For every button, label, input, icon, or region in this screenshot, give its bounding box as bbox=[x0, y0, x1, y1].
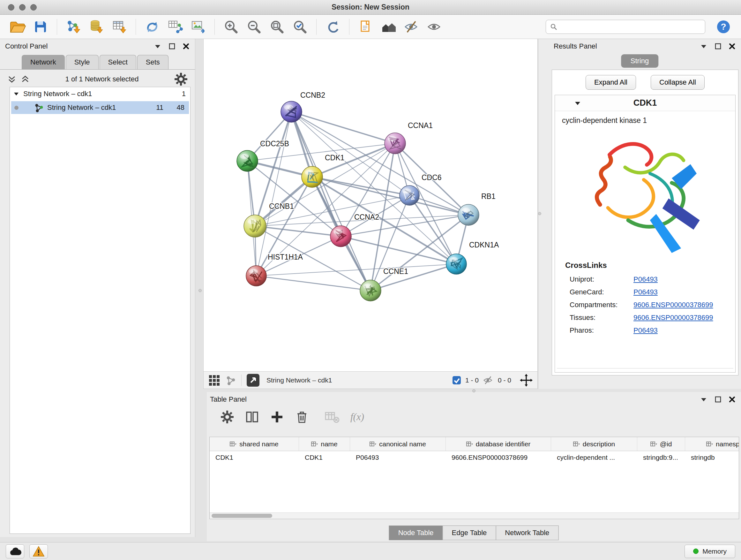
window-minimize-button[interactable] bbox=[19, 4, 25, 10]
table-toolbar: f(x) bbox=[207, 407, 741, 427]
network-node-CCNA1[interactable]: CCNA1 bbox=[385, 121, 433, 154]
network-collection-row[interactable]: String Network – cdk1 1 bbox=[10, 87, 190, 101]
horizontal-splitter-handle[interactable] bbox=[472, 389, 475, 392]
import-table-button[interactable] bbox=[109, 17, 130, 37]
window-zoom-button[interactable] bbox=[30, 4, 37, 10]
collapse-all-icon[interactable] bbox=[7, 74, 17, 84]
column-header-description[interactable]: description bbox=[551, 437, 637, 451]
global-search[interactable] bbox=[546, 20, 705, 34]
function-builder-icon[interactable]: f(x) bbox=[350, 411, 364, 423]
show-all-button[interactable] bbox=[424, 17, 445, 37]
refresh-button[interactable] bbox=[322, 17, 343, 37]
scrollbar-thumb[interactable] bbox=[212, 514, 272, 518]
crosslink-link[interactable]: 9606.ENSP00000378699 bbox=[633, 314, 713, 322]
warning-icon bbox=[32, 546, 45, 557]
export-image-button[interactable] bbox=[188, 17, 209, 37]
warnings-button[interactable] bbox=[29, 544, 48, 558]
window-close-button[interactable] bbox=[8, 4, 14, 10]
hidden-eye-icon[interactable] bbox=[482, 375, 494, 385]
export-view-icon[interactable] bbox=[247, 374, 259, 387]
network-node-CDC25B[interactable]: CDC25B bbox=[237, 139, 289, 172]
network-node-RB1[interactable]: RB1 bbox=[458, 192, 495, 226]
global-search-input[interactable] bbox=[560, 23, 701, 30]
tab-sets[interactable]: Sets bbox=[137, 55, 169, 69]
network-selection-status: 1 of 1 Network selected bbox=[34, 75, 170, 83]
zoom-selected-button[interactable] bbox=[289, 17, 311, 37]
tab-edge-table[interactable]: Edge Table bbox=[443, 525, 496, 540]
panel-collapse-icon[interactable] bbox=[699, 42, 708, 51]
pan-crosshair-icon[interactable] bbox=[520, 374, 533, 387]
crosslink-link[interactable]: P06493 bbox=[633, 326, 658, 334]
table-horizontal-scrollbar[interactable] bbox=[210, 512, 739, 519]
column-header-database-identifier[interactable]: database identifier bbox=[446, 437, 551, 451]
panel-close-icon[interactable] bbox=[728, 395, 736, 403]
panel-float-icon[interactable] bbox=[714, 43, 722, 50]
panel-collapse-icon[interactable] bbox=[699, 395, 708, 403]
clone-network-button[interactable] bbox=[142, 17, 163, 37]
zoom-in-button[interactable] bbox=[220, 17, 242, 37]
column-header-canonical-name[interactable]: canonical name bbox=[350, 437, 446, 451]
network-overview-icon[interactable] bbox=[225, 375, 236, 386]
column-header--id[interactable]: @id bbox=[637, 437, 685, 451]
protein-description: cyclin-dependent kinase 1 bbox=[555, 111, 735, 125]
collection-label: String Network – cdk1 bbox=[23, 90, 92, 98]
cloud-icon bbox=[9, 546, 21, 557]
window-titlebar[interactable]: Session: New Session bbox=[0, 0, 741, 15]
show-columns-icon[interactable] bbox=[245, 410, 259, 424]
tab-network-table[interactable]: Network Table bbox=[495, 525, 558, 540]
left-splitter-handle[interactable] bbox=[199, 289, 202, 292]
network-label: String Network – cdk1 bbox=[47, 104, 116, 112]
network-from-table-button[interactable] bbox=[165, 17, 186, 37]
network-tree: String Network – cdk1 1 String Network –… bbox=[10, 87, 191, 534]
network-node-CCNB2[interactable]: CCNB2 bbox=[281, 91, 325, 122]
crosslink-link[interactable]: 9606.ENSP00000378699 bbox=[633, 301, 713, 309]
import-network-database-button[interactable] bbox=[86, 17, 107, 37]
neighbors-button[interactable] bbox=[378, 17, 399, 37]
delete-column-icon[interactable] bbox=[295, 410, 309, 424]
network-node-CCNE1[interactable]: CCNE1 bbox=[360, 267, 408, 301]
crosslink-link[interactable]: P06493 bbox=[633, 288, 658, 296]
column-header-shared-name[interactable]: shared name bbox=[210, 437, 299, 451]
add-column-icon[interactable] bbox=[270, 410, 284, 424]
crosslink-row: GeneCard:P06493 bbox=[564, 286, 726, 299]
panel-close-icon[interactable] bbox=[728, 43, 736, 50]
column-header-name[interactable]: name bbox=[299, 437, 350, 451]
tab-string[interactable]: String bbox=[621, 54, 658, 68]
save-session-button[interactable] bbox=[30, 17, 51, 37]
open-session-button[interactable] bbox=[7, 17, 28, 37]
zoom-fit-button[interactable] bbox=[266, 17, 287, 37]
zoom-out-button[interactable] bbox=[244, 17, 265, 37]
birdseye-grid-icon[interactable] bbox=[208, 374, 220, 386]
gear-icon[interactable] bbox=[174, 72, 188, 86]
results-panel-title: Results Panel bbox=[554, 42, 597, 51]
tree-caret-icon[interactable] bbox=[13, 90, 20, 98]
memory-button[interactable]: Memory bbox=[684, 545, 735, 558]
network-node-CCNA2[interactable]: CCNA2 bbox=[330, 213, 379, 247]
panel-float-icon[interactable] bbox=[168, 43, 176, 50]
panel-float-icon[interactable] bbox=[714, 395, 722, 403]
node-table: shared namenamecanonical namedatabase id… bbox=[209, 437, 739, 519]
panel-close-icon[interactable] bbox=[182, 43, 190, 50]
cloud-button[interactable] bbox=[6, 544, 24, 558]
help-button[interactable]: ? bbox=[713, 17, 734, 37]
tab-select[interactable]: Select bbox=[99, 55, 136, 69]
tab-node-table[interactable]: Node Table bbox=[389, 525, 443, 540]
hide-selected-button[interactable] bbox=[401, 17, 422, 37]
network-row[interactable]: String Network – cdk1 11 48 bbox=[11, 101, 189, 114]
clipboard-button[interactable] bbox=[355, 17, 376, 37]
tab-style[interactable]: Style bbox=[66, 55, 98, 69]
selected-checkbox-icon[interactable] bbox=[452, 375, 461, 385]
right-splitter-handle[interactable] bbox=[538, 212, 541, 215]
table-gear-icon[interactable] bbox=[220, 410, 234, 424]
network-node-CDKN1A[interactable]: CDKN1A bbox=[446, 241, 499, 274]
tab-network[interactable]: Network bbox=[22, 55, 65, 69]
import-network-file-button[interactable] bbox=[63, 17, 84, 37]
network-canvas[interactable]: CCNB2CCNA1CDC25BCDK1CDC6RB1CCNB1CCNA2CDK… bbox=[203, 39, 538, 371]
panel-collapse-icon[interactable] bbox=[153, 42, 162, 51]
collapse-all-button[interactable]: Collapse All bbox=[651, 75, 704, 90]
table-row[interactable]: CDK1CDK1P064939606.ENSP00000378699cyclin… bbox=[210, 451, 739, 464]
expand-all-button[interactable]: Expand All bbox=[586, 75, 636, 90]
column-header-namespac[interactable]: namespac bbox=[685, 437, 739, 451]
crosslink-link[interactable]: P06493 bbox=[633, 275, 658, 284]
expand-all-icon[interactable] bbox=[20, 74, 30, 84]
